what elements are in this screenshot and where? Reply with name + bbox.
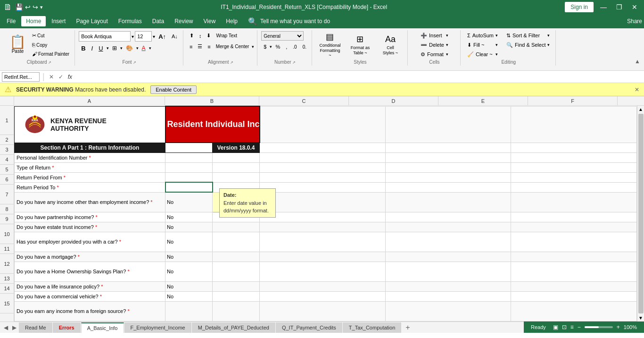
cell-d11[interactable] xyxy=(260,252,386,262)
comma-button[interactable]: , xyxy=(283,42,289,51)
restore-btn[interactable]: ❐ xyxy=(613,2,625,12)
undo-icon[interactable]: ↩ xyxy=(25,3,31,11)
menu-home[interactable]: Home xyxy=(21,16,46,26)
cell-e1[interactable] xyxy=(385,106,511,143)
fill-color-dropdown-icon[interactable]: ▾ xyxy=(136,46,139,51)
cell-d9[interactable] xyxy=(260,222,386,232)
sort-filter-button[interactable]: ⇅ Sort & Filter ▾ xyxy=(504,31,553,40)
cell-f2[interactable] xyxy=(511,143,637,152)
close-btn[interactable]: ✕ xyxy=(629,2,640,12)
percent-button[interactable]: % xyxy=(273,42,282,51)
cell-e8[interactable] xyxy=(385,212,511,222)
menu-formulas[interactable]: Formulas xyxy=(114,16,147,26)
align-right-button[interactable]: ≡ xyxy=(205,42,213,51)
zoom-out-icon[interactable]: − xyxy=(578,324,581,330)
page-layout-view-icon[interactable]: ⊡ xyxy=(562,324,567,330)
cell-d2[interactable] xyxy=(260,143,386,152)
insert-dropdown-icon[interactable]: ▾ xyxy=(446,33,448,38)
normal-view-icon[interactable]: ▣ xyxy=(553,324,558,330)
format-dropdown-icon[interactable]: ▾ xyxy=(446,52,448,57)
conditional-formatting-button[interactable]: ▤ ConditionalFormatting ~ xyxy=(316,32,344,58)
add-sheet-btn[interactable]: + xyxy=(402,323,413,332)
cell-e3[interactable] xyxy=(385,152,511,162)
italic-button[interactable]: I xyxy=(89,44,96,53)
col-header-f[interactable]: F xyxy=(528,96,618,105)
cell-b7[interactable]: No xyxy=(165,192,213,212)
menu-view[interactable]: View xyxy=(199,16,221,26)
merge-center-button[interactable]: Merge & Center xyxy=(214,42,252,51)
cell-d6[interactable] xyxy=(260,182,386,192)
tab-errors[interactable]: Errors xyxy=(53,322,81,333)
collapse-ribbon-icon[interactable]: ▲ xyxy=(635,58,640,65)
cell-f8[interactable] xyxy=(511,212,637,222)
row-num-10[interactable]: 10 xyxy=(0,224,14,244)
underline-dropdown-icon[interactable]: ▾ xyxy=(107,46,109,51)
cell-a11[interactable]: Do you have a mortgage? * xyxy=(15,252,165,262)
cell-e7[interactable] xyxy=(385,192,511,212)
format-as-table-button[interactable]: ⊞ Format asTable ~ xyxy=(346,32,374,58)
formula-input[interactable] xyxy=(75,72,642,82)
underline-button[interactable]: U xyxy=(96,44,105,53)
cell-a10[interactable]: Has your employer provided you with a ca… xyxy=(15,232,165,252)
cancel-formula-btn[interactable]: ✕ xyxy=(48,74,55,80)
number-format-select[interactable]: General xyxy=(261,31,304,41)
border-dropdown-icon[interactable]: ▾ xyxy=(120,46,123,51)
cell-c11[interactable] xyxy=(213,252,260,262)
sort-filter-dropdown-icon[interactable]: ▾ xyxy=(547,33,550,38)
cell-b12[interactable]: No xyxy=(165,262,213,281)
tab-a-basic-info[interactable]: A_Basic_Info xyxy=(81,322,124,333)
cell-b14[interactable]: No xyxy=(165,291,213,301)
row-num-4[interactable]: 4 xyxy=(0,155,14,165)
fill-button[interactable]: ⬇ Fill ~ ▾ xyxy=(464,41,501,49)
clear-dropdown-icon[interactable]: ▾ xyxy=(495,52,498,57)
cell-b6[interactable] xyxy=(165,182,213,192)
cell-a7[interactable]: Do you have any income other than employ… xyxy=(15,192,165,212)
cell-c3[interactable] xyxy=(213,152,260,162)
autosum-button[interactable]: Σ AutoSum ▾ xyxy=(464,31,501,40)
paste-button[interactable]: 📋 Paste xyxy=(7,31,29,58)
cell-f14[interactable] xyxy=(511,291,637,301)
cell-e10[interactable] xyxy=(385,232,511,252)
cell-f5[interactable] xyxy=(511,172,637,182)
cell-a13[interactable]: Do you have a life insurance policy? * xyxy=(15,281,165,291)
cell-d3[interactable] xyxy=(260,152,386,162)
accounting-dropdown-icon[interactable]: ▾ xyxy=(270,44,272,49)
cell-c14[interactable] xyxy=(213,291,260,301)
decrease-decimal-button[interactable]: 0. xyxy=(300,43,309,51)
zoom-in-icon[interactable]: + xyxy=(617,324,620,330)
cell-c9[interactable] xyxy=(213,222,260,232)
col-header-a[interactable]: A xyxy=(14,96,165,105)
cell-b2[interactable] xyxy=(165,143,213,152)
border-button[interactable]: ⊞ xyxy=(110,43,119,53)
menu-page-layout[interactable]: Page Layout xyxy=(71,16,112,26)
scroll-thumb[interactable] xyxy=(638,114,644,313)
cell-c12[interactable] xyxy=(213,262,260,281)
menu-file[interactable]: File xyxy=(2,16,20,26)
row-num-13[interactable]: 13 xyxy=(0,274,14,284)
row-num-9[interactable]: 9 xyxy=(0,214,14,224)
cell-c13[interactable] xyxy=(213,281,260,291)
font-name-input[interactable] xyxy=(79,31,131,42)
cell-d13[interactable] xyxy=(260,281,386,291)
function-btn[interactable]: fx xyxy=(66,74,74,80)
row-num-2[interactable]: 2 xyxy=(0,135,14,145)
tab-read-me[interactable]: Read Me xyxy=(19,322,52,333)
cell-f1[interactable] xyxy=(511,106,637,143)
cell-f12[interactable] xyxy=(511,262,637,281)
cell-a2[interactable]: Section A Part 1 : Return Information xyxy=(15,143,165,152)
cell-d1[interactable] xyxy=(260,106,386,143)
security-close-icon[interactable]: ✕ xyxy=(635,86,639,93)
fill-color-button[interactable]: 🎨 xyxy=(124,43,135,53)
cell-a5[interactable]: Return Period From * xyxy=(15,172,165,182)
bold-button[interactable]: B xyxy=(79,44,88,53)
row-num-7[interactable]: 7 xyxy=(0,185,14,204)
cell-d10[interactable] xyxy=(260,232,386,252)
format-painter-button[interactable]: 🖌 Format Painter xyxy=(30,50,72,58)
increase-font-size-button[interactable]: A↑ xyxy=(156,32,168,42)
share-button[interactable]: Share xyxy=(627,18,642,25)
accounting-format-button[interactable]: $ xyxy=(261,42,269,51)
cell-e14[interactable] xyxy=(385,291,511,301)
cell-e9[interactable] xyxy=(385,222,511,232)
enable-content-button[interactable]: Enable Content xyxy=(150,85,197,94)
font-size-dropdown-icon[interactable]: ▾ xyxy=(153,34,155,39)
